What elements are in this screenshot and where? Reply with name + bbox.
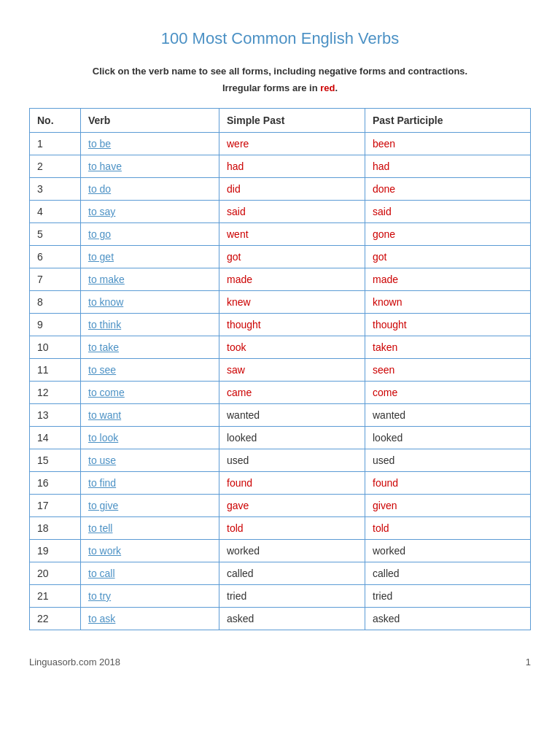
cell-past-participle: made — [365, 268, 531, 291]
table-row: 7to makemademade — [30, 268, 531, 291]
table-row: 5to gowentgone — [30, 223, 531, 246]
cell-simple-past: wanted — [219, 404, 365, 427]
cell-verb[interactable]: to think — [81, 314, 219, 336]
cell-verb[interactable]: to get — [81, 246, 219, 268]
cell-past-participle: worked — [365, 540, 531, 562]
verb-link[interactable]: to take — [88, 341, 119, 353]
cell-past-participle: seen — [365, 359, 531, 382]
cell-past-participle: thought — [365, 314, 531, 336]
verb-link[interactable]: to be — [88, 138, 111, 150]
verb-link[interactable]: to tell — [88, 522, 112, 534]
verb-link[interactable]: to ask — [88, 613, 115, 624]
cell-verb[interactable]: to use — [81, 449, 219, 472]
cell-no: 16 — [30, 472, 81, 495]
cell-verb[interactable]: to go — [81, 223, 219, 246]
verb-link[interactable]: to find — [88, 477, 116, 489]
cell-no: 5 — [30, 223, 81, 246]
table-row: 21to trytriedtried — [30, 585, 531, 608]
cell-past-participle: wanted — [365, 404, 531, 427]
cell-verb[interactable]: to try — [81, 585, 219, 608]
verb-link[interactable]: to use — [88, 454, 116, 466]
cell-simple-past: said — [219, 201, 365, 223]
cell-verb[interactable]: to give — [81, 495, 219, 517]
verb-link[interactable]: to go — [88, 228, 111, 240]
cell-no: 8 — [30, 291, 81, 314]
table-row: 22to askaskedasked — [30, 608, 531, 630]
cell-verb[interactable]: to look — [81, 427, 219, 449]
table-row: 18to telltoldtold — [30, 517, 531, 540]
verb-link[interactable]: to work — [88, 545, 121, 557]
cell-no: 20 — [30, 562, 81, 585]
table-row: 14to looklookedlooked — [30, 427, 531, 449]
cell-no: 1 — [30, 133, 81, 155]
table-row: 9to thinkthoughtthought — [30, 314, 531, 336]
table-row: 12to comecamecome — [30, 382, 531, 404]
cell-verb[interactable]: to work — [81, 540, 219, 562]
cell-no: 2 — [30, 155, 81, 178]
cell-simple-past: thought — [219, 314, 365, 336]
header-simple-past: Simple Past — [219, 109, 365, 133]
irregular-note-red: red — [320, 82, 335, 93]
verb-link[interactable]: to look — [88, 432, 118, 444]
table-row: 19to workworkedworked — [30, 540, 531, 562]
cell-verb[interactable]: to make — [81, 268, 219, 291]
cell-verb[interactable]: to find — [81, 472, 219, 495]
cell-no: 11 — [30, 359, 81, 382]
cell-verb[interactable]: to take — [81, 336, 219, 359]
verb-link[interactable]: to do — [88, 183, 111, 195]
verb-link[interactable]: to call — [88, 568, 115, 579]
cell-past-participle: come — [365, 382, 531, 404]
cell-simple-past: were — [219, 133, 365, 155]
verb-link[interactable]: to try — [88, 590, 111, 602]
cell-past-participle: looked — [365, 427, 531, 449]
cell-simple-past: made — [219, 268, 365, 291]
cell-no: 18 — [30, 517, 81, 540]
footer-left: Linguasorb.com 2018 — [29, 657, 120, 667]
cell-verb[interactable]: to have — [81, 155, 219, 178]
header-verb: Verb — [81, 109, 219, 133]
verb-link[interactable]: to see — [88, 364, 116, 376]
cell-verb[interactable]: to see — [81, 359, 219, 382]
table-header-row: No. Verb Simple Past Past Participle — [30, 109, 531, 133]
cell-past-participle: got — [365, 246, 531, 268]
cell-simple-past: took — [219, 336, 365, 359]
table-row: 15to useusedused — [30, 449, 531, 472]
cell-past-participle: called — [365, 562, 531, 585]
cell-no: 7 — [30, 268, 81, 291]
cell-verb[interactable]: to say — [81, 201, 219, 223]
table-row: 10to taketooktaken — [30, 336, 531, 359]
cell-verb[interactable]: to know — [81, 291, 219, 314]
verb-link[interactable]: to want — [88, 409, 121, 421]
cell-simple-past: gave — [219, 495, 365, 517]
cell-simple-past: told — [219, 517, 365, 540]
cell-no: 14 — [30, 427, 81, 449]
cell-no: 19 — [30, 540, 81, 562]
cell-simple-past: went — [219, 223, 365, 246]
verb-link[interactable]: to say — [88, 206, 115, 217]
cell-verb[interactable]: to tell — [81, 517, 219, 540]
cell-simple-past: found — [219, 472, 365, 495]
verb-link[interactable]: to make — [88, 274, 125, 285]
cell-verb[interactable]: to call — [81, 562, 219, 585]
cell-verb[interactable]: to ask — [81, 608, 219, 630]
verb-link[interactable]: to have — [88, 160, 122, 172]
cell-no: 6 — [30, 246, 81, 268]
irregular-note-suffix: . — [335, 82, 338, 93]
cell-verb[interactable]: to be — [81, 133, 219, 155]
table-row: 2to havehadhad — [30, 155, 531, 178]
cell-past-participle: done — [365, 178, 531, 201]
cell-verb[interactable]: to want — [81, 404, 219, 427]
verb-link[interactable]: to get — [88, 251, 114, 263]
cell-verb[interactable]: to come — [81, 382, 219, 404]
table-row: 1to bewerebeen — [30, 133, 531, 155]
verb-link[interactable]: to come — [88, 387, 125, 398]
cell-simple-past: looked — [219, 427, 365, 449]
verb-link[interactable]: to think — [88, 319, 121, 330]
cell-past-participle: asked — [365, 608, 531, 630]
verb-link[interactable]: to give — [88, 500, 118, 511]
irregular-note: Irregular forms are in red. — [29, 82, 531, 93]
cell-past-participle: taken — [365, 336, 531, 359]
cell-no: 15 — [30, 449, 81, 472]
cell-verb[interactable]: to do — [81, 178, 219, 201]
verb-link[interactable]: to know — [88, 296, 123, 308]
